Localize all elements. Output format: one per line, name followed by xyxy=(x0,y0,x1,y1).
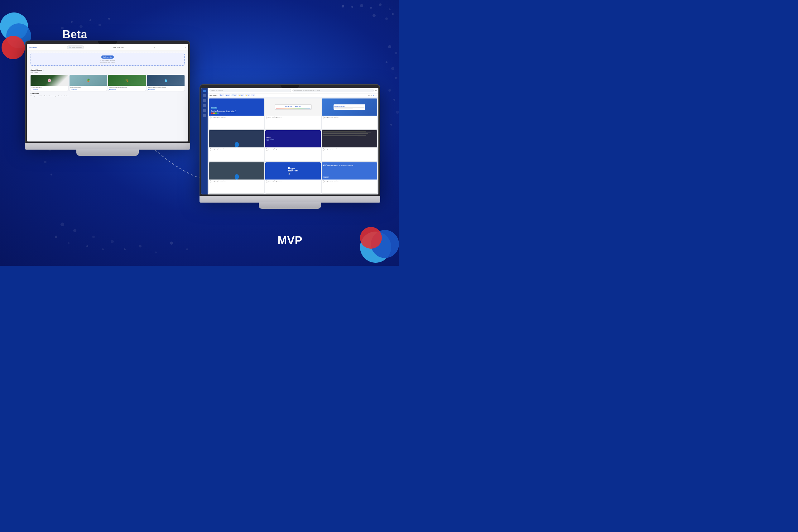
beta-download-2[interactable]: ⬇ Download xyxy=(70,88,107,91)
beta-favorites: Favorites Coming soon! You'll be able to… xyxy=(27,91,188,97)
mvp-card-doc-thumb: Document Design xyxy=(322,98,377,116)
beta-assets-grid: 🌸 WhiteFlowers.png ⬇ Download 🪴 Desk-wit… xyxy=(27,74,188,91)
mvp-person1-icon: 👤 xyxy=(233,142,241,147)
beta-logo: ASMBL xyxy=(29,46,37,48)
mvp-card-happy-label: Very very very long asset n... xyxy=(265,179,321,182)
mvp-badge-docs[interactable]: 📄 204 xyxy=(231,94,237,96)
beta-thumb-4: 💧 xyxy=(147,75,185,86)
mvp-card-video2-label: Very very very long asset n... xyxy=(209,179,264,182)
beta-search-text: Search assets xyxy=(72,46,82,48)
mvp-card-happy-thumb: HappyNew Year ⛄ xyxy=(265,163,321,179)
mvp-badge-videos[interactable]: ▶ 200 xyxy=(225,94,230,96)
mvp-howto-btn: Read more xyxy=(323,176,329,178)
mvp-main-content: Search by: Attributes Search for files b… xyxy=(208,88,378,194)
mvp-card-video1-thumb: 👤 xyxy=(209,130,264,147)
beta-header: ASMBL 🔍 Search assets Welcome Josh! ⚙ ? xyxy=(27,44,188,51)
decorative-circle-tl-red xyxy=(2,36,25,59)
beta-settings-icon[interactable]: ⚙ xyxy=(154,46,155,49)
mvp-card-brand-color: Upload a file How to choose your brand c… xyxy=(209,98,264,129)
mvp-prsnl-content: PRSNL DCM PersonalizedVideo xyxy=(267,137,274,141)
mvp-badge-images[interactable]: 🖼 874 xyxy=(219,94,225,96)
mvp-card-video-person2: 👤 Very very very long asset n... Info xyxy=(209,163,264,193)
mvp-card-happy-new-year: HappyNew Year ⛄ Very very very long asse… xyxy=(265,163,321,193)
beta-thumb-3: 🌴 xyxy=(108,75,146,86)
mvp-search-1[interactable]: Search by: Attributes xyxy=(209,89,291,92)
mvp-card-generic-label: Very very very long asset n... xyxy=(265,116,321,118)
mvp-card-doc-date: Info xyxy=(322,118,377,120)
mvp-card-article: Very very very long asset n... Info xyxy=(322,130,377,161)
mvp-grid-area: Upload a file How to choose your brand c… xyxy=(208,97,378,194)
mvp-sort-icon[interactable]: ⚙ xyxy=(375,90,377,92)
mvp-color-swatches xyxy=(211,113,263,114)
laptop-mvp-base xyxy=(200,196,380,203)
mvp-card-howto: HOW TO: ADD LOREM IPSUM TEXT TO WORD DOC… xyxy=(322,163,377,193)
mvp-sidebar-nav-5[interactable] xyxy=(203,114,206,117)
mvp-card-brand-date: Info xyxy=(209,118,264,120)
beta-upload-zone[interactable]: Upload a file or drag and drop files her… xyxy=(31,53,185,66)
mvp-card-brand-label: Very very very long asset n... xyxy=(209,116,264,118)
mvp-doc-preview: Document Design xyxy=(334,104,365,110)
mvp-generic-inner: GENERIC COMPANY xyxy=(274,104,312,110)
mvp-label: MVP xyxy=(278,234,302,247)
beta-help-icon[interactable]: ? xyxy=(185,46,186,48)
mvp-assets-grid: Upload a file How to choose your brand c… xyxy=(209,98,377,193)
mvp-happy-content: HappyNew Year ⛄ xyxy=(288,167,298,174)
mvp-badge-misc[interactable]: • 24 xyxy=(251,94,255,96)
beta-library-title: Asset library ✦ xyxy=(27,68,188,72)
beta-asset-card-1: 🌸 WhiteFlowers.png ⬇ Download xyxy=(31,75,68,91)
laptop-beta-screen-body: ASMBL 🔍 Search assets Welcome Josh! ⚙ ? … xyxy=(25,40,190,144)
mvp-card-video1-label: Very very very long asset n... xyxy=(209,147,264,150)
mvp-sidebar xyxy=(202,88,208,194)
mvp-brand-upload-btn: Upload a file xyxy=(211,107,263,110)
mvp-card-generic: GENERIC COMPANY Very very very long asse… xyxy=(265,98,321,129)
laptop-beta-notch xyxy=(98,41,117,44)
search-icon: 🔍 xyxy=(69,46,71,48)
beta-thumb-1: 🌸 xyxy=(31,75,68,86)
beta-thumb-2: 🪴 xyxy=(70,75,107,86)
beta-favorites-title: Favorites xyxy=(31,93,185,94)
beta-download-1[interactable]: ⬇ Download xyxy=(31,88,68,91)
mvp-grid-view-icon[interactable]: ⊞ xyxy=(373,94,374,96)
beta-search[interactable]: 🔍 Search assets xyxy=(67,45,84,49)
laptop-beta-foot xyxy=(76,149,139,156)
mvp-list-view-icon[interactable]: ≡ xyxy=(375,94,377,96)
mvp-sidebar-nav-1[interactable] xyxy=(203,94,206,97)
mvp-card-howto-label: Very very very long asset n... xyxy=(322,179,377,182)
mvp-card-prsnl-label: Very very very long asset n... xyxy=(265,147,321,150)
beta-upload-size: Maximum file size: 128 GB xyxy=(33,61,182,63)
beta-asset-name-1: WhiteFlowers.png xyxy=(31,86,68,88)
mvp-sidebar-nav-2[interactable] xyxy=(203,99,206,102)
mvp-search-2[interactable]: Search for files by name or attributes, … xyxy=(292,89,374,92)
mvp-screen-content: Search by: Attributes Search for files b… xyxy=(202,88,378,194)
mvp-total-count: 1989 assets xyxy=(209,94,216,96)
beta-label: Beta xyxy=(62,28,87,41)
laptop-mvp-screen: Search by: Attributes Search for files b… xyxy=(202,88,378,194)
laptop-mvp-screen-body: Search by: Attributes Search for files b… xyxy=(200,84,380,196)
beta-download-4[interactable]: ⬇ Download xyxy=(147,88,185,91)
mvp-badge-folder[interactable]: 📂 34 xyxy=(245,94,250,96)
mvp-card-generic-date: Info xyxy=(265,118,321,120)
beta-asset-name-4: Massive-waterfall-with-bridge.jpg xyxy=(147,86,185,88)
mvp-badge-other[interactable]: 📁 110 xyxy=(238,94,244,96)
mvp-card-brand-thumb: Upload a file How to choose your brand c… xyxy=(209,98,264,116)
beta-upload-button[interactable]: Upload a file xyxy=(101,56,114,59)
mvp-card-article-thumb xyxy=(322,130,377,147)
laptop-mvp-notch xyxy=(281,85,299,88)
mvp-card-video2-thumb: 👤 xyxy=(209,163,264,179)
laptop-mvp-foot xyxy=(259,202,321,209)
mvp-sort-label: Sort by xyxy=(368,94,372,96)
beta-welcome-text: Welcome Josh! xyxy=(113,46,124,48)
mvp-topbar: Search by: Attributes Search for files b… xyxy=(208,88,378,94)
mvp-card-video2-date: Info xyxy=(209,182,264,184)
mvp-sidebar-nav-4[interactable] xyxy=(203,109,206,112)
beta-screen-content: ASMBL 🔍 Search assets Welcome Josh! ⚙ ? … xyxy=(27,44,188,141)
mvp-card-doc-label: Very very very long asset n... xyxy=(322,116,377,118)
mvp-card-article-label: Very very very long asset n... xyxy=(322,147,377,150)
mvp-sidebar-logo xyxy=(203,90,206,92)
beta-download-3[interactable]: ⬇ Download xyxy=(108,88,146,91)
laptop-mvp-body: Search by: Attributes Search for files b… xyxy=(200,84,380,209)
laptop-beta-screen: ASMBL 🔍 Search assets Welcome Josh! ⚙ ? … xyxy=(27,44,188,141)
beta-asset-card-4: 💧 Massive-waterfall-with-bridge.jpg ⬇ Do… xyxy=(147,75,185,91)
mvp-sidebar-nav-3[interactable] xyxy=(203,104,206,107)
beta-asset-card-3: 🌴 Tropical-Jungle-Costa-Rica.png ⬇ Downl… xyxy=(108,75,146,91)
